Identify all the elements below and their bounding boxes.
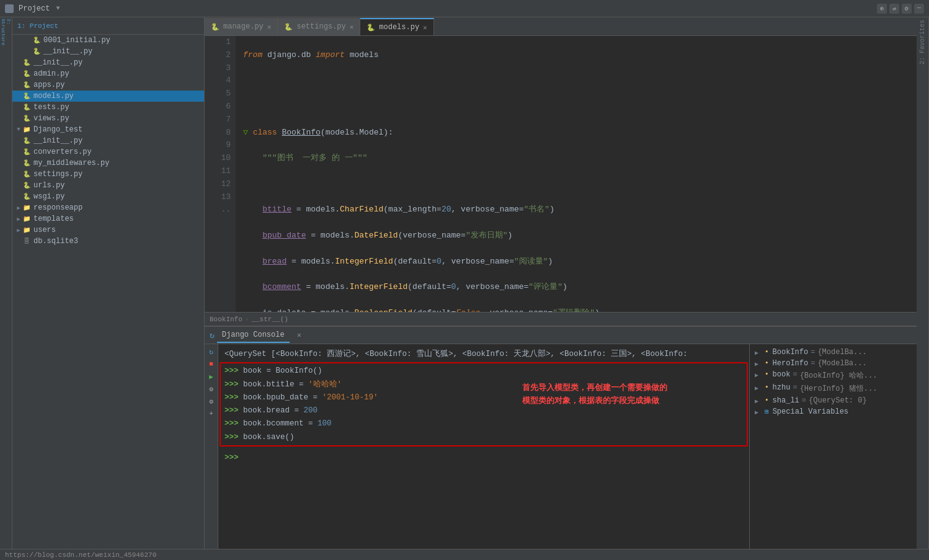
var-hzhu[interactable]: ▶ ▪ hzhu = {HeroInfo} 猪悟... — [750, 382, 917, 395]
restart-icon[interactable]: ↻ — [207, 347, 216, 357]
console-cmd-5: >>> book.bcomment = 100 — [224, 417, 743, 430]
tree-item[interactable]: 🐍 tests.py — [12, 102, 204, 113]
stop-icon[interactable]: ■ — [207, 359, 216, 369]
var-type-icon: ▪ — [765, 359, 769, 367]
line-numbers: 12345 678910 111213.. — [205, 36, 236, 312]
var-type-icon: ▪ — [765, 348, 769, 355]
tree-item[interactable]: 🐍 views.py — [12, 113, 204, 124]
tree-item[interactable]: 🐍 urls.py — [12, 180, 204, 191]
py-icon: 🐍 — [22, 192, 31, 201]
folder-arrow: ▼ — [15, 126, 22, 133]
url-bar: https://blog.csdn.net/weixin_45946270 — [0, 549, 929, 560]
tree-item-label: tests.py — [33, 103, 69, 112]
tree-item[interactable]: 🐍 my_middlewares.py — [12, 158, 204, 169]
settings2-icon[interactable]: ⚙ — [207, 396, 216, 406]
debug-icon[interactable]: ⚙ — [207, 384, 216, 394]
tree-item-db[interactable]: 🗄 db.sqlite3 — [12, 236, 204, 247]
tree-item[interactable]: 🐍 admin.py — [12, 68, 204, 79]
var-type-icon: ▪ — [765, 383, 769, 391]
var-arrow-icon: ▶ — [755, 398, 762, 405]
var-book[interactable]: ▶ ▪ book = {BookInfo} 哈哈... — [750, 369, 917, 382]
minimize-icon[interactable]: ─ — [914, 4, 924, 14]
var-special[interactable]: ▶ ⊞ Special Variables — [750, 406, 917, 417]
panel-icons: 2: Structure — [0, 17, 12, 549]
var-name-label: sha_li — [773, 396, 799, 405]
tree-folder-users[interactable]: ▶ 📁 users — [12, 224, 204, 236]
panel-icon-structure[interactable]: 2: Structure — [1, 20, 12, 45]
favorites-sidebar: 2: Favorites — [917, 17, 929, 549]
tree-folder-templates[interactable]: ▶ 📁 templates — [12, 213, 204, 224]
code-editor[interactable]: 12345 678910 111213.. from django.db imp… — [205, 36, 917, 312]
tree-item-label: converters.py — [33, 148, 92, 156]
tree-folder-django[interactable]: ▼ 📁 Django_test — [12, 124, 204, 135]
var-name-label: BookInfo — [773, 348, 809, 357]
tab-settings[interactable]: 🐍 settings.py ✕ — [278, 18, 360, 35]
file-tree-content[interactable]: 🐍 0001_initial.py 🐍 __init__.py 🐍 __init… — [12, 35, 204, 549]
py-icon: 🐍 — [32, 36, 41, 45]
code-line-5: """图书 一对多 的 一""" — [243, 152, 909, 165]
title-bar-controls: ⊕ ⇌ ⚙ ─ — [877, 4, 924, 14]
var-name-label: HeroInfo — [773, 359, 809, 368]
tree-item[interactable]: 🐍 settings.py — [12, 169, 204, 180]
breadcrumb-sep: › — [245, 316, 249, 323]
console-commands-block: >>> book = BookInfo() >>> book.btitle = … — [224, 365, 743, 444]
globe-icon[interactable]: ⊕ — [877, 4, 887, 14]
settings-icon[interactable]: ⚙ — [902, 4, 912, 14]
tab-close-icon[interactable]: ✕ — [350, 23, 354, 31]
tree-item[interactable]: 🐍 __init__.py — [12, 57, 204, 68]
code-line-2 — [243, 74, 909, 87]
py-icon: 🐍 — [22, 170, 31, 179]
tree-item[interactable]: 🐍 0001_initial.py — [12, 35, 204, 46]
var-value: {QuerySet: 0} — [809, 396, 867, 405]
var-name-label: hzhu — [773, 383, 791, 392]
file-tree-header: 1: Project — [12, 17, 204, 35]
var-sha_li[interactable]: ▶ ▪ sha_li = {QuerySet: 0} — [750, 395, 917, 406]
code-line-1: from django.db import models — [243, 49, 909, 62]
code-line-9: bread = models.IntegerField(default=0, v… — [243, 256, 909, 269]
console-cmd-6: >>> book.save() — [224, 431, 743, 444]
tree-item-label: settings.py — [33, 170, 82, 179]
console-refresh-icon[interactable]: ↻ — [210, 331, 215, 340]
tab-bar: 🐍 manage.py ✕ 🐍 settings.py ✕ 🐍 models.p… — [205, 17, 917, 36]
tree-item-label: responseapp — [33, 203, 82, 212]
tree-item[interactable]: 🐍 wsgi.py — [12, 191, 204, 202]
folder-icon: 📁 — [22, 226, 31, 234]
var-arrow-icon: ▶ — [755, 409, 762, 416]
code-line-6 — [243, 178, 909, 191]
tab-models[interactable]: 🐍 models.py ✕ — [360, 18, 433, 35]
console-prompt-empty: >>> — [224, 451, 743, 464]
split-icon[interactable]: ⇌ — [889, 4, 899, 14]
tree-folder-responseapp[interactable]: ▶ 📁 responseapp — [12, 202, 204, 213]
tree-item[interactable]: 🐍 converters.py — [12, 146, 204, 158]
tab-close-console[interactable]: ✕ — [292, 328, 306, 343]
tab-django-console[interactable]: Django Console — [217, 328, 290, 343]
console-area[interactable]: <QuerySet [<BookInfo: 西游记>, <BookInfo: 雪… — [218, 344, 749, 468]
tree-item[interactable]: 🐍 apps.py — [12, 79, 204, 91]
tree-item-models[interactable]: 🐍 models.py — [12, 91, 204, 102]
var-equals: = — [793, 383, 797, 392]
title-bar-title: Project — [19, 4, 50, 13]
py-icon: 🐍 — [32, 47, 41, 56]
py-icon: 🐍 — [22, 181, 31, 190]
tab-close-icon[interactable]: ✕ — [423, 24, 427, 32]
title-dropdown-icon[interactable]: ▼ — [56, 5, 60, 12]
py-icon: 🐍 — [22, 92, 31, 100]
console-left[interactable]: <QuerySet [<BookInfo: 西游记>, <BookInfo: 雪… — [218, 344, 749, 549]
variables-panel: ▶ ▪ BookInfo = {ModelBa... ▶ ▪ HeroInfo … — [749, 344, 917, 549]
run-icon[interactable]: ▶ — [207, 371, 216, 381]
py-icon: 🐍 — [22, 148, 31, 156]
code-line-8: bpub_date = models.DateField(verbose_nam… — [243, 229, 909, 242]
add-icon[interactable]: + — [207, 409, 216, 419]
tree-item[interactable]: 🐍 __init__.py — [12, 46, 204, 57]
var-BookInfo[interactable]: ▶ ▪ BookInfo = {ModelBa... — [750, 347, 917, 358]
db-icon: 🗄 — [22, 237, 31, 246]
folder-arrow: ▶ — [15, 204, 22, 211]
breadcrumb: BookInfo › __str__() — [210, 316, 288, 323]
bottom-controls: ↻ ■ ▶ ⚙ ⚙ + — [205, 344, 218, 549]
var-HeroInfo[interactable]: ▶ ▪ HeroInfo = {ModelBa... — [750, 358, 917, 369]
bottom-area: ↻ Django Console ✕ ↻ ■ ▶ ⚙ ⚙ + <QuerySet — [205, 326, 917, 549]
code-content[interactable]: from django.db import models ▽ class Boo… — [236, 36, 917, 312]
tree-item[interactable]: 🐍 __init__.py — [12, 135, 204, 146]
tab-manage[interactable]: 🐍 manage.py ✕ — [205, 18, 278, 35]
tab-close-icon[interactable]: ✕ — [267, 23, 272, 31]
